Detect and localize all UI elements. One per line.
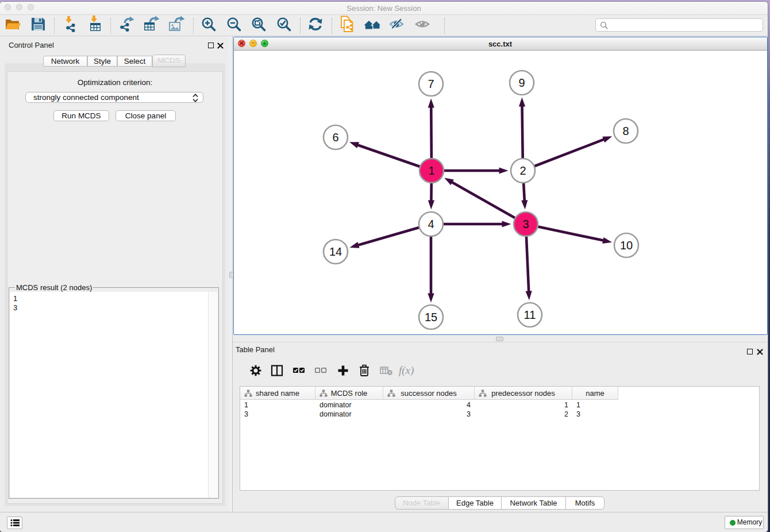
table-row[interactable]: 3dominator323 (240, 410, 759, 419)
mcds-result-item[interactable]: 3 (13, 303, 208, 313)
export-image-icon (168, 16, 185, 35)
mcds-result-list[interactable]: 13 (10, 292, 208, 498)
svg-text:10: 10 (619, 239, 632, 252)
toolbar-separator (193, 18, 194, 34)
graph-node-8[interactable]: 8 (614, 119, 638, 143)
network-frame-titlebar[interactable]: ✕ – + scc.txt (234, 37, 767, 51)
table-panel: Table Panel f(x) s (233, 342, 767, 512)
svg-text:15: 15 (424, 311, 437, 323)
import-table-icon (87, 16, 104, 35)
search-field[interactable] (595, 18, 763, 32)
task-history-button[interactable] (7, 516, 22, 529)
mcds-result-item[interactable]: 1 (13, 294, 208, 303)
delete-column-button[interactable] (356, 364, 372, 380)
table-panel-float-icon[interactable] (747, 349, 753, 354)
table-cell[interactable]: 2 (475, 410, 572, 419)
show-eye-button[interactable] (414, 16, 432, 34)
control-tab-style[interactable]: Style (87, 56, 117, 67)
table-tab-node-table[interactable]: Node Table (395, 496, 449, 510)
table-cell[interactable]: dominator (315, 400, 383, 410)
select-all-icon (292, 366, 305, 377)
table-cell[interactable]: dominator (315, 410, 383, 419)
table-cell[interactable]: 3 (240, 410, 315, 419)
memory-button[interactable]: Memory (725, 516, 764, 529)
graph-node-3[interactable]: 3 (514, 212, 538, 236)
column-header-name[interactable]: name (572, 387, 618, 400)
import-network-button[interactable] (61, 16, 79, 34)
delete-column-icon (359, 364, 370, 379)
svg-text:1: 1 (428, 164, 434, 177)
svg-text:f(x): f(x) (399, 364, 414, 377)
table-tab-network-table[interactable]: Network Table (502, 496, 566, 510)
column-header-shared-name[interactable]: shared name (240, 387, 315, 400)
zoom-in-button[interactable] (199, 16, 218, 34)
graph-edge-arrow (525, 291, 532, 300)
table-cell[interactable]: 3 (383, 410, 475, 419)
graph-edge-3-1[interactable] (451, 182, 526, 224)
mcds-result-scrollbar[interactable] (208, 292, 218, 498)
column-header-predecessor-nodes[interactable]: predecessor nodes (475, 387, 572, 400)
window-title: Session: New Session (0, 2, 768, 15)
table-panel-title: Table Panel (236, 345, 275, 354)
table-cell[interactable]: 1 (475, 400, 572, 410)
export-network-button[interactable] (117, 16, 136, 34)
zoom-selected-button[interactable] (275, 16, 293, 34)
column-header-MCDS-role[interactable]: MCDS role (315, 387, 383, 400)
import-table-button[interactable] (86, 16, 105, 34)
graph-node-14[interactable]: 14 (324, 240, 348, 264)
zoom-out-button[interactable] (225, 16, 243, 34)
export-table-button[interactable] (142, 16, 160, 34)
hide-eye-button[interactable] (388, 16, 406, 34)
graph-node-1[interactable]: 1 (419, 159, 444, 183)
graph-node-7[interactable]: 7 (419, 72, 443, 96)
table-cell[interactable]: 1 (240, 400, 315, 410)
control-tab-mcds[interactable]: MCDS (152, 55, 186, 67)
network-graph: 7968124314101511 (233, 51, 765, 333)
column-panel-button[interactable] (269, 364, 285, 380)
svg-text:8: 8 (622, 125, 629, 137)
criterion-select[interactable]: strongly connected component (25, 92, 203, 103)
add-column-button[interactable] (335, 364, 351, 380)
graph-node-11[interactable]: 11 (518, 303, 542, 327)
window-titlebar[interactable]: Session: New Session (0, 2, 768, 15)
table-panel-close-icon[interactable] (757, 347, 763, 357)
run-mcds-button[interactable]: Run MCDS (53, 110, 109, 121)
control-tab-network[interactable]: Network (43, 56, 87, 67)
table-cell[interactable]: 3 (572, 410, 618, 419)
save-session-button[interactable] (29, 16, 47, 34)
clone-network-button[interactable] (338, 16, 357, 34)
table-settings-button[interactable] (248, 364, 264, 380)
table-tab-motifs[interactable]: Motifs (566, 496, 605, 510)
graph-node-10[interactable]: 10 (614, 233, 638, 257)
vertical-splitter[interactable] (229, 36, 233, 512)
column-header-label: predecessor nodes (475, 387, 572, 400)
graph-node-15[interactable]: 15 (419, 305, 443, 329)
control-panel-close-icon[interactable] (217, 41, 224, 51)
svg-text:7: 7 (428, 78, 434, 90)
graph-edge-arrow (444, 178, 454, 185)
graph-node-6[interactable]: 6 (324, 125, 348, 149)
graph-node-4[interactable]: 4 (419, 212, 443, 236)
select-all-button[interactable] (291, 364, 307, 380)
open-session-button[interactable] (3, 16, 22, 34)
zoom-selected-icon (275, 16, 292, 35)
table-cell[interactable]: 4 (383, 400, 475, 410)
refresh-button[interactable] (306, 16, 325, 34)
close-panel-button[interactable]: Close panel (116, 110, 176, 121)
zoom-fit-button[interactable] (249, 16, 268, 34)
graph-node-2[interactable]: 2 (511, 159, 535, 183)
control-tab-select[interactable]: Select (117, 56, 152, 67)
control-panel: Control Panel NetworkStyleSelectMCDS Opt… (0, 36, 229, 512)
table-row[interactable]: 1dominator411 (240, 400, 759, 410)
control-panel-float-icon[interactable] (208, 43, 214, 48)
graph-edge-2-8[interactable] (523, 139, 605, 171)
table-cell[interactable]: 1 (572, 400, 618, 410)
table-tab-edge-table[interactable]: Edge Table (449, 496, 502, 510)
deselect-all-button[interactable] (313, 364, 329, 380)
export-image-button[interactable] (167, 16, 186, 34)
column-header-successor-nodes[interactable]: successor nodes (383, 387, 475, 400)
network-canvas[interactable]: 7968124314101511 (234, 51, 765, 333)
home-button[interactable] (364, 16, 382, 34)
horizontal-splitter-handle[interactable] (496, 337, 503, 341)
graph-node-9[interactable]: 9 (510, 71, 534, 95)
